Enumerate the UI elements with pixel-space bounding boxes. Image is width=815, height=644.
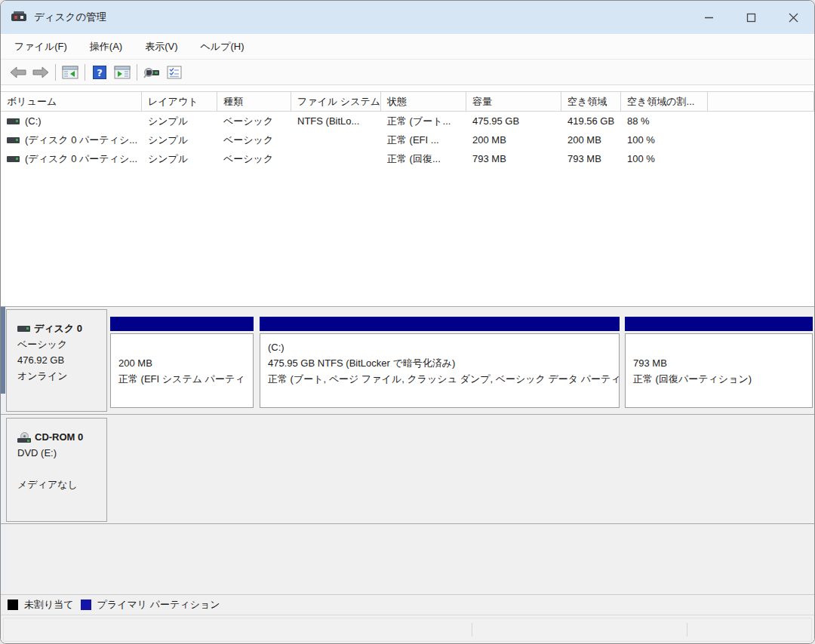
close-button[interactable] bbox=[772, 1, 814, 34]
volume-status: 正常 (ブート... bbox=[381, 112, 466, 130]
disk0-name: ディスク 0 bbox=[34, 320, 82, 336]
help-icon[interactable]: ? bbox=[88, 62, 111, 83]
volume-type: ベーシック bbox=[217, 130, 291, 149]
partition-c[interactable]: (C:) 475.95 GB NTFS (BitLocker で暗号化済み) 正… bbox=[260, 317, 620, 412]
volume-row-recovery[interactable]: (ディスク 0 パーティシ... シンプル ベーシック 正常 (回復... 79… bbox=[1, 149, 814, 168]
volume-name: (ディスク 0 パーティシ... bbox=[25, 130, 137, 149]
disk0-info-cell[interactable]: ディスク 0 ベーシック 476.92 GB オンライン bbox=[6, 309, 107, 412]
column-header-free-space[interactable]: 空き領域 bbox=[561, 92, 621, 111]
volume-free-percent: 88 % bbox=[621, 112, 708, 130]
partition-status: 正常 (回復パーティション) bbox=[633, 371, 812, 387]
volume-filesystem: NTFS (BitLo... bbox=[291, 112, 381, 130]
volume-free-percent: 100 % bbox=[621, 130, 708, 149]
legend-label: プライマリ パーティション bbox=[97, 598, 220, 612]
svg-text:?: ? bbox=[97, 66, 103, 78]
column-header-volume[interactable]: ボリューム bbox=[1, 92, 142, 111]
volume-free: 200 MB bbox=[561, 130, 621, 149]
column-header-empty bbox=[708, 92, 814, 111]
volume-type: ベーシック bbox=[217, 112, 291, 130]
legend-label: 未割り当て bbox=[24, 598, 74, 612]
legend-unallocated: 未割り当て bbox=[8, 598, 74, 612]
partition-size: 200 MB bbox=[118, 355, 253, 371]
volume-layout: シンプル bbox=[142, 112, 217, 130]
back-icon[interactable] bbox=[7, 62, 29, 83]
volume-list-pane: ボリューム レイアウト 種類 ファイル システム 状態 容量 空き領域 空き領域… bbox=[1, 86, 814, 306]
menu-file[interactable]: ファイル(F) bbox=[5, 34, 76, 60]
partition-status: 正常 (ブート, ページ ファイル, クラッシュ ダンプ, ベーシック データ … bbox=[268, 371, 619, 387]
column-header-status[interactable]: 状態 bbox=[381, 92, 466, 111]
volume-free: 419.56 GB bbox=[561, 112, 621, 130]
column-header-layout[interactable]: レイアウト bbox=[142, 92, 217, 111]
legend-primary-partition: プライマリ パーティション bbox=[81, 598, 220, 612]
column-header-capacity[interactable]: 容量 bbox=[466, 92, 561, 111]
volume-free: 793 MB bbox=[561, 149, 621, 168]
volume-filesystem bbox=[291, 130, 381, 149]
disk-icon bbox=[17, 326, 30, 332]
partition-label bbox=[118, 339, 253, 355]
menu-action[interactable]: 操作(A) bbox=[81, 34, 131, 60]
disk0-row: ディスク 0 ベーシック 476.92 GB オンライン 200 MB 正常 (… bbox=[1, 307, 814, 415]
cdrom-drive-letter: DVD (E:) bbox=[17, 445, 106, 461]
partition-efi[interactable]: 200 MB 正常 (EFI システム パーティ bbox=[110, 317, 254, 412]
show-console-tree-icon[interactable] bbox=[59, 62, 82, 83]
column-header-type[interactable]: 種類 bbox=[217, 92, 291, 111]
primary-partition-color-swatch bbox=[81, 600, 91, 610]
partition-size: 793 MB bbox=[633, 355, 812, 371]
status-bar bbox=[1, 615, 814, 644]
partition-header-bar bbox=[260, 317, 620, 331]
volume-name: (ディスク 0 パーティシ... bbox=[25, 149, 137, 168]
title-bar: ディスクの管理 bbox=[1, 1, 814, 34]
status-bar-divider bbox=[687, 623, 687, 636]
partition-recovery[interactable]: 793 MB 正常 (回復パーティション) bbox=[625, 317, 813, 412]
cdrom-icon bbox=[17, 432, 31, 443]
disk0-type: ベーシック bbox=[17, 336, 106, 352]
volume-capacity: 793 MB bbox=[466, 149, 561, 168]
partition-header-bar bbox=[110, 317, 254, 331]
volume-layout: シンプル bbox=[142, 149, 217, 168]
volume-icon bbox=[7, 156, 20, 162]
volume-status: 正常 (回復... bbox=[381, 149, 466, 168]
partition-label: (C:) bbox=[268, 339, 619, 355]
partition-size: 475.95 GB NTFS (BitLocker で暗号化済み) bbox=[268, 355, 619, 371]
volume-layout: シンプル bbox=[142, 130, 217, 149]
legend-bar: 未割り当て プライマリ パーティション bbox=[1, 594, 814, 615]
toolbar-separator bbox=[137, 64, 137, 81]
menu-bar: ファイル(F) 操作(A) 表示(V) ヘルプ(H) bbox=[1, 34, 814, 60]
disk-management-app-icon bbox=[11, 11, 26, 23]
column-header-filesystem[interactable]: ファイル システム bbox=[291, 92, 381, 111]
cdrom-media-status: メディアなし bbox=[17, 477, 106, 492]
menu-view[interactable]: 表示(V) bbox=[136, 34, 186, 60]
partition-status: 正常 (EFI システム パーティ bbox=[118, 371, 253, 387]
unallocated-color-swatch bbox=[8, 600, 18, 610]
disk-search-icon[interactable] bbox=[140, 62, 163, 83]
maximize-button[interactable] bbox=[730, 1, 772, 34]
cdrom-row: CD-ROM 0 DVD (E:) メディアなし bbox=[1, 416, 814, 524]
volume-icon bbox=[7, 118, 20, 124]
menu-help[interactable]: ヘルプ(H) bbox=[192, 34, 254, 60]
toolbar: ? bbox=[1, 60, 814, 85]
disk0-status: オンライン bbox=[17, 368, 106, 384]
forward-icon[interactable] bbox=[29, 62, 52, 83]
volume-filesystem bbox=[291, 149, 381, 168]
volume-type: ベーシック bbox=[217, 149, 291, 168]
volume-row-c[interactable]: (C:) シンプル ベーシック NTFS (BitLo... 正常 (ブート..… bbox=[1, 112, 814, 130]
volume-row-efi[interactable]: (ディスク 0 パーティシ... シンプル ベーシック 正常 (EFI ... … bbox=[1, 130, 814, 149]
volume-status: 正常 (EFI ... bbox=[381, 130, 466, 149]
graphical-view-pane: ディスク 0 ベーシック 476.92 GB オンライン 200 MB 正常 (… bbox=[1, 306, 814, 594]
column-header-free-percent[interactable]: 空き領域の割... bbox=[621, 92, 708, 111]
volume-list-header: ボリューム レイアウト 種類 ファイル システム 状態 容量 空き領域 空き領域… bbox=[1, 91, 814, 112]
show-action-pane-icon[interactable] bbox=[111, 62, 134, 83]
partition-label bbox=[633, 339, 812, 355]
disk0-size: 476.92 GB bbox=[17, 352, 106, 368]
volume-icon bbox=[7, 137, 20, 143]
volume-capacity: 200 MB bbox=[466, 130, 561, 149]
toolbar-separator bbox=[85, 64, 85, 81]
cdrom-name: CD-ROM 0 bbox=[35, 429, 83, 445]
volume-capacity: 475.95 GB bbox=[466, 112, 561, 130]
volume-name: (C:) bbox=[25, 112, 42, 130]
toolbar-separator bbox=[55, 64, 56, 81]
properties-icon[interactable] bbox=[163, 62, 186, 83]
disk-management-window: ディスクの管理 ファイル(F) 操作(A) 表示(V) ヘルプ(H) bbox=[0, 0, 815, 644]
minimize-button[interactable] bbox=[687, 1, 730, 34]
cdrom-info-cell[interactable]: CD-ROM 0 DVD (E:) メディアなし bbox=[6, 418, 107, 522]
